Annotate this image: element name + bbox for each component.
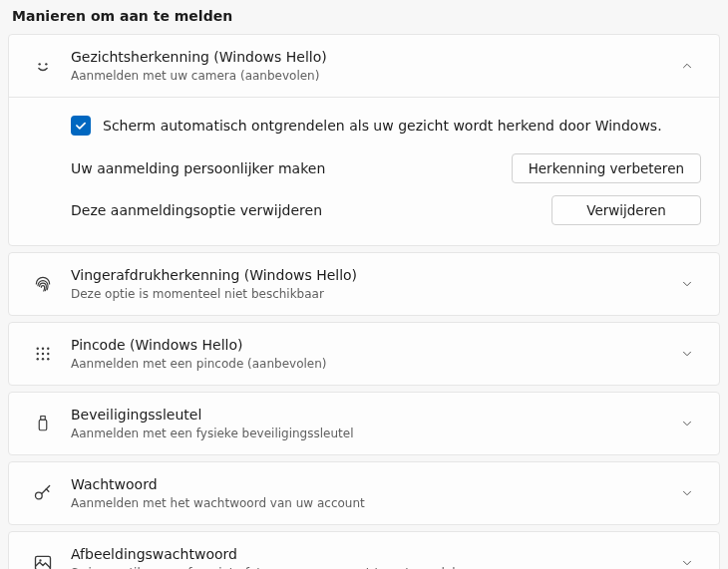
- row-pin[interactable]: Pincode (Windows Hello) Aanmelden met ee…: [9, 323, 719, 385]
- svg-point-1: [45, 63, 47, 65]
- section-title: Manieren om aan te melden: [12, 8, 720, 24]
- improve-recognition-row: Uw aanmelding persoonlijker maken Herken…: [71, 147, 701, 189]
- row-fingerprint[interactable]: Vingerafdrukherkenning (Windows Hello) D…: [9, 253, 719, 315]
- row-title: Pincode (Windows Hello): [71, 336, 673, 354]
- card-face-recognition: Gezichtsherkenning (Windows Hello) Aanme…: [8, 34, 720, 246]
- keypad-icon: [23, 345, 63, 363]
- card-pin: Pincode (Windows Hello) Aanmelden met ee…: [8, 322, 720, 386]
- row-title: Wachtwoord: [71, 475, 673, 493]
- auto-unlock-row: Scherm automatisch ontgrendelen als uw g…: [71, 108, 701, 147]
- chevron-down-icon: [673, 347, 701, 361]
- svg-rect-14: [36, 556, 51, 569]
- row-face-recognition[interactable]: Gezichtsherkenning (Windows Hello) Aanme…: [9, 35, 719, 97]
- remove-option-label: Deze aanmeldingsoptie verwijderen: [71, 202, 322, 218]
- row-subtitle: Aanmelden met een pincode (aanbevolen): [71, 356, 673, 372]
- chevron-up-icon: [673, 59, 701, 73]
- svg-point-6: [42, 353, 44, 355]
- key-icon: [23, 483, 63, 503]
- row-security-key[interactable]: Beveiligingssleutel Aanmelden met een fy…: [9, 393, 719, 454]
- row-title: Beveiligingssleutel: [71, 406, 673, 424]
- row-subtitle: Aanmelden met het wachtwoord van uw acco…: [71, 495, 673, 511]
- card-fingerprint: Vingerafdrukherkenning (Windows Hello) D…: [8, 252, 720, 316]
- svg-point-5: [37, 353, 39, 355]
- face-expanded-body: Scherm automatisch ontgrendelen als uw g…: [9, 97, 719, 245]
- row-subtitle: Swipe en tik op uw favoriete foto om uw …: [71, 565, 673, 569]
- chevron-down-icon: [673, 277, 701, 291]
- row-subtitle: Aanmelden met een fysieke beveiligingssl…: [71, 426, 673, 441]
- fingerprint-icon: [23, 274, 63, 294]
- auto-unlock-label: Scherm automatisch ontgrendelen als uw g…: [103, 118, 662, 134]
- improve-recognition-label: Uw aanmelding persoonlijker maken: [71, 160, 325, 176]
- chevron-down-icon: [673, 556, 701, 569]
- row-subtitle: Aanmelden met uw camera (aanbevolen): [71, 68, 673, 84]
- face-icon: [23, 56, 63, 76]
- usb-key-icon: [23, 414, 63, 433]
- picture-icon: [23, 553, 63, 569]
- row-subtitle: Deze optie is momenteel niet beschikbaar: [71, 286, 673, 302]
- svg-point-4: [47, 348, 49, 350]
- svg-point-15: [39, 559, 41, 561]
- card-password: Wachtwoord Aanmelden met het wachtwoord …: [8, 461, 720, 525]
- chevron-down-icon: [673, 417, 701, 430]
- svg-rect-12: [39, 420, 47, 430]
- row-picture-password[interactable]: Afbeeldingswachtwoord Swipe en tik op uw…: [9, 532, 719, 569]
- svg-point-9: [42, 358, 44, 360]
- svg-point-0: [39, 63, 41, 65]
- svg-point-2: [37, 348, 39, 350]
- row-password[interactable]: Wachtwoord Aanmelden met het wachtwoord …: [9, 462, 719, 524]
- svg-point-3: [42, 348, 44, 350]
- svg-point-7: [47, 353, 49, 355]
- remove-option-row: Deze aanmeldingsoptie verwijderen Verwij…: [71, 189, 701, 231]
- svg-point-8: [37, 358, 39, 360]
- improve-recognition-button[interactable]: Herkenning verbeteren: [512, 153, 701, 183]
- remove-button[interactable]: Verwijderen: [551, 195, 701, 225]
- card-picture-password: Afbeeldingswachtwoord Swipe en tik op uw…: [8, 531, 720, 569]
- svg-point-10: [47, 358, 49, 360]
- row-title: Vingerafdrukherkenning (Windows Hello): [71, 266, 673, 284]
- chevron-down-icon: [673, 486, 701, 500]
- row-title: Afbeeldingswachtwoord: [71, 545, 673, 563]
- card-security-key: Beveiligingssleutel Aanmelden met een fy…: [8, 392, 720, 455]
- row-title: Gezichtsherkenning (Windows Hello): [71, 48, 673, 66]
- auto-unlock-checkbox[interactable]: [71, 116, 91, 136]
